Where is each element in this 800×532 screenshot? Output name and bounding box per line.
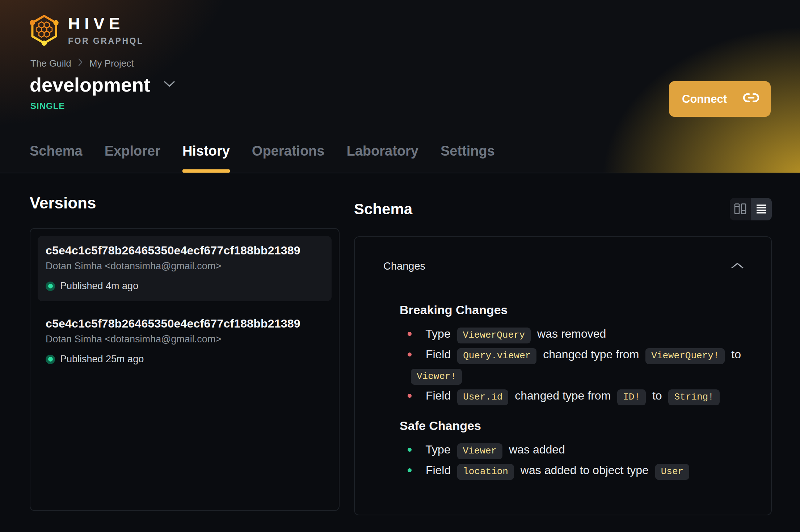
version-author: Dotan Simha <dotansimha@gmail.com> (46, 334, 324, 345)
change-groups: Breaking Changes Type ViewerQuery was re… (355, 303, 771, 481)
version-status: Published 4m ago (46, 280, 324, 292)
safe-bullet-icon (408, 468, 412, 472)
list-view-button[interactable] (751, 198, 772, 220)
version-card[interactable]: c5e4c1c5f78b26465350e4ecf677cf188bb21389… (38, 236, 332, 301)
schema-changes-panel: Changes Breaking Changes Type ViewerQuer… (354, 236, 772, 515)
code-chip: String! (668, 389, 719, 405)
tab-settings[interactable]: Settings (441, 129, 495, 173)
version-list: c5e4c1c5f78b26465350e4ecf677cf188bb21389… (38, 236, 332, 374)
header: HIVE FOR GRAPHQL The Guild My Project de… (0, 0, 800, 173)
link-icon (742, 89, 760, 109)
brand-tagline: FOR GRAPHQL (68, 36, 143, 46)
hive-logo[interactable]: HIVE FOR GRAPHQL (30, 13, 143, 48)
breadcrumb-org[interactable]: The Guild (30, 58, 71, 69)
version-status-text: Published 25m ago (60, 354, 144, 365)
code-chip: Viewer! (411, 369, 462, 385)
code-chip: Query.viewer (457, 348, 536, 364)
change-group-safe: Safe Changes Type Viewer was added Field… (400, 418, 751, 481)
code-chip: ID! (617, 389, 646, 405)
connect-button[interactable]: Connect (669, 81, 771, 117)
changes-accordion-header[interactable]: Changes (355, 237, 771, 272)
status-badge: SINGLE (30, 101, 65, 111)
versions-panel: c5e4c1c5f78b26465350e4ecf677cf188bb21389… (30, 228, 340, 511)
tab-operations[interactable]: Operations (252, 129, 325, 173)
breaking-bullet-icon (408, 352, 412, 356)
change-item: Field location was added to object type … (408, 461, 751, 481)
breadcrumb-separator-icon (78, 58, 83, 69)
change-list: Type Viewer was added Field location was… (400, 440, 751, 481)
schema-section: Schema (354, 195, 772, 515)
code-chip: User.id (457, 389, 508, 405)
page-title: development (30, 73, 150, 96)
view-toggle (730, 198, 772, 220)
change-item: Type ViewerQuery was removed (408, 324, 751, 345)
versions-section: Versions c5e4c1c5f78b26465350e4ecf677cf1… (30, 195, 340, 515)
columns-view-icon (734, 203, 747, 216)
code-chip: Viewer (457, 443, 503, 459)
change-item: Field User.id changed type from ID! to S… (408, 386, 751, 407)
connect-button-label: Connect (682, 93, 727, 106)
tab-laboratory[interactable]: Laboratory (346, 129, 418, 173)
change-item: Type Viewer was added (408, 440, 751, 461)
chevron-down-icon (164, 81, 175, 89)
target-selector[interactable]: development (30, 73, 175, 96)
breadcrumb-project[interactable]: My Project (89, 58, 134, 69)
code-chip: ViewerQuery (457, 328, 531, 343)
change-group-breaking: Breaking Changes Type ViewerQuery was re… (400, 303, 751, 407)
hive-hexagon-icon (30, 13, 59, 48)
tab-explorer[interactable]: Explorer (105, 129, 160, 173)
change-group-title: Safe Changes (400, 418, 751, 433)
version-hash: c5e4c1c5f78b26465350e4ecf677cf188bb21389 (46, 244, 324, 257)
code-chip: location (457, 464, 514, 480)
chevron-up-icon (731, 262, 744, 271)
changes-title: Changes (383, 260, 425, 272)
version-card[interactable]: c5e4c1c5f78b26465350e4ecf677cf188bb21389… (38, 309, 332, 374)
breadcrumb: The Guild My Project (30, 58, 134, 69)
version-author: Dotan Simha <dotansimha@gmail.com> (46, 261, 324, 272)
code-chip: ViewerQuery! (645, 348, 725, 364)
tab-schema[interactable]: Schema (30, 129, 83, 173)
version-hash: c5e4c1c5f78b26465350e4ecf677cf188bb21389 (46, 317, 324, 330)
change-item: Field Query.viewer changed type from Vie… (408, 345, 751, 386)
schema-panel-head: Schema (354, 198, 772, 220)
schema-title: Schema (354, 202, 412, 217)
breaking-bullet-icon (408, 332, 412, 336)
published-dot-icon (46, 355, 55, 364)
published-dot-icon (46, 282, 55, 291)
versions-title: Versions (30, 195, 340, 211)
columns-view-button[interactable] (730, 198, 751, 220)
main-content: Versions c5e4c1c5f78b26465350e4ecf677cf1… (0, 173, 800, 515)
app-root: HIVE FOR GRAPHQL The Guild My Project de… (0, 0, 800, 532)
change-group-title: Breaking Changes (400, 303, 751, 317)
version-status-text: Published 4m ago (60, 280, 138, 292)
brand-name: HIVE (68, 14, 124, 33)
list-view-icon (755, 203, 767, 216)
tab-bar: SchemaExplorerHistoryOperationsLaborator… (30, 129, 495, 173)
code-chip: User (655, 464, 689, 480)
tab-history[interactable]: History (182, 129, 230, 173)
safe-bullet-icon (408, 448, 412, 452)
breaking-bullet-icon (408, 394, 412, 398)
change-list: Type ViewerQuery was removed Field Query… (400, 324, 751, 407)
version-status: Published 25m ago (46, 354, 324, 365)
